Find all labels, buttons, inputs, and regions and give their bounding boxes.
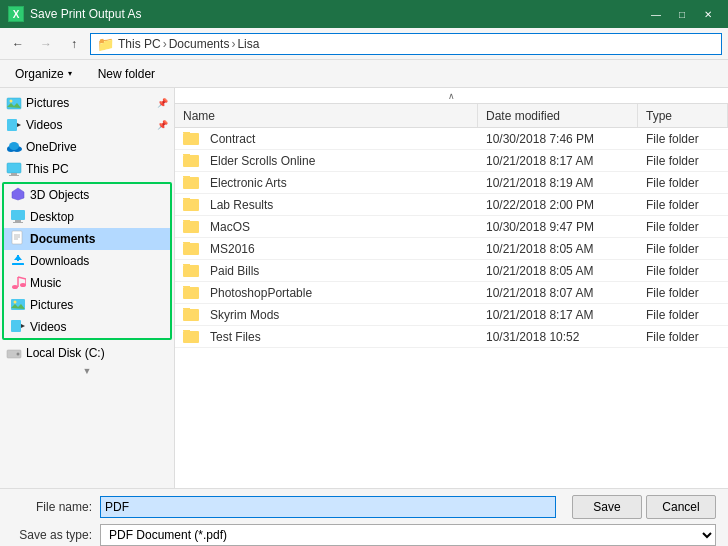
table-row[interactable]: Electronic Arts 10/21/2018 8:19 AM File … <box>175 172 728 194</box>
sidebar-item-music[interactable]: Music <box>4 272 170 294</box>
svg-point-31 <box>17 353 20 356</box>
file-date-cell: 10/21/2018 8:19 AM <box>478 176 638 190</box>
svg-point-21 <box>12 285 18 289</box>
sidebar-item-this-pc[interactable]: This PC <box>0 158 174 180</box>
svg-line-24 <box>18 277 26 279</box>
file-date-cell: 10/21/2018 8:17 AM <box>478 308 638 322</box>
organize-button[interactable]: Organize ▾ <box>6 63 81 85</box>
file-date-cell: 10/31/2018 10:52 <box>478 330 638 344</box>
table-row[interactable]: PhotoshopPortable 10/21/2018 8:07 AM Fil… <box>175 282 728 304</box>
file-area: ∧ Name Date modified Type Contract 10/30… <box>175 88 728 488</box>
folder-icon <box>183 331 199 343</box>
table-row[interactable]: MacOS 10/30/2018 9:47 PM File folder <box>175 216 728 238</box>
filename-row: File name: Save Cancel <box>12 495 716 519</box>
cancel-button[interactable]: Cancel <box>646 495 716 519</box>
file-type-cell: File folder <box>638 132 728 146</box>
file-type-cell: File folder <box>638 176 728 190</box>
svg-rect-28 <box>11 320 21 332</box>
sort-indicator-bar: ∧ <box>175 88 728 104</box>
save-button[interactable]: Save <box>572 495 642 519</box>
local-disk-icon <box>6 345 22 361</box>
window-title: Save Print Output As <box>30 7 638 21</box>
table-row[interactable]: Paid Bills 10/21/2018 8:05 AM File folde… <box>175 260 728 282</box>
sidebar-item-pictures[interactable]: Pictures <box>4 294 170 316</box>
filename-input[interactable] <box>100 496 556 518</box>
sidebar-item-local-disk[interactable]: Local Disk (C:) <box>0 342 174 364</box>
forward-button[interactable]: → <box>34 32 58 56</box>
up-button[interactable]: ↑ <box>62 32 86 56</box>
this-pc-highlight-group: 3D Objects Desktop Documents <box>2 182 172 340</box>
app-icon: X <box>8 6 24 22</box>
file-type-cell: File folder <box>638 242 728 256</box>
sidebar-item-3d-objects[interactable]: 3D Objects <box>4 184 170 206</box>
pin-icon: 📌 <box>157 98 168 108</box>
sidebar-item-onedrive[interactable]: OneDrive <box>0 136 174 158</box>
window-controls: — □ ✕ <box>644 6 720 22</box>
savetype-label: Save as type: <box>12 528 92 542</box>
file-date-cell: 10/21/2018 8:05 AM <box>478 242 638 256</box>
file-date-cell: 10/30/2018 7:46 PM <box>478 132 638 146</box>
file-date-cell: 10/21/2018 8:17 AM <box>478 154 638 168</box>
sidebar-label-desktop: Desktop <box>30 210 74 224</box>
3d-objects-icon <box>10 186 26 205</box>
file-name-cell: Contract <box>175 132 478 146</box>
svg-rect-2 <box>7 119 17 131</box>
folder-icon <box>183 243 199 255</box>
col-header-date[interactable]: Date modified <box>478 104 638 127</box>
sidebar-item-pictures-pinned[interactable]: Pictures 📌 <box>0 92 174 114</box>
close-button[interactable]: ✕ <box>696 6 720 22</box>
organize-dropdown-arrow: ▾ <box>68 69 72 78</box>
new-folder-button[interactable]: New folder <box>89 63 164 85</box>
sidebar-item-downloads[interactable]: Downloads <box>4 250 170 272</box>
sidebar-item-documents[interactable]: Documents <box>4 228 170 250</box>
file-type-cell: File folder <box>638 220 728 234</box>
address-bar[interactable]: 📁 This PC › Documents › Lisa <box>90 33 722 55</box>
music-icon <box>10 274 26 293</box>
file-type-cell: File folder <box>638 330 728 344</box>
dialog-buttons: Save Cancel <box>572 495 716 519</box>
svg-point-1 <box>10 100 13 103</box>
sidebar-item-videos[interactable]: Videos <box>4 316 170 338</box>
folder-icon <box>183 133 199 145</box>
col-header-name[interactable]: Name <box>175 104 478 127</box>
file-name-cell: PhotoshopPortable <box>175 286 478 300</box>
maximize-button[interactable]: □ <box>670 6 694 22</box>
file-date-cell: 10/21/2018 8:05 AM <box>478 264 638 278</box>
savetype-select[interactable]: PDF Document (*.pdf) <box>100 524 716 546</box>
table-row[interactable]: Skyrim Mods 10/21/2018 8:17 AM File fold… <box>175 304 728 326</box>
svg-rect-20 <box>17 255 19 261</box>
sidebar-item-desktop[interactable]: Desktop <box>4 206 170 228</box>
file-type-cell: File folder <box>638 198 728 212</box>
svg-marker-29 <box>21 324 25 328</box>
table-row[interactable]: Lab Results 10/22/2018 2:00 PM File fold… <box>175 194 728 216</box>
col-header-type[interactable]: Type <box>638 104 728 127</box>
minimize-button[interactable]: — <box>644 6 668 22</box>
back-button[interactable]: ← <box>6 32 30 56</box>
folder-icon <box>183 199 199 211</box>
svg-point-6 <box>9 142 19 150</box>
svg-marker-3 <box>17 123 21 127</box>
file-type-cell: File folder <box>638 308 728 322</box>
svg-rect-7 <box>7 163 21 173</box>
table-row[interactable]: MS2016 10/21/2018 8:05 AM File folder <box>175 238 728 260</box>
file-name-cell: MacOS <box>175 220 478 234</box>
table-row[interactable]: Contract 10/30/2018 7:46 PM File folder <box>175 128 728 150</box>
file-name-cell: Elder Scrolls Online <box>175 154 478 168</box>
svg-rect-8 <box>11 173 17 175</box>
breadcrumb: This PC › Documents › Lisa <box>118 37 259 51</box>
file-date-cell: 10/30/2018 9:47 PM <box>478 220 638 234</box>
svg-rect-9 <box>9 175 19 176</box>
table-row[interactable]: Elder Scrolls Online 10/21/2018 8:17 AM … <box>175 150 728 172</box>
table-row[interactable]: Test Files 10/31/2018 10:52 File folder <box>175 326 728 348</box>
sidebar-label-videos: Videos <box>30 320 66 334</box>
folder-icon: 📁 <box>97 36 114 52</box>
main-container: Pictures 📌 Videos 📌 OneDrive This PC <box>0 88 728 488</box>
svg-marker-10 <box>12 188 24 200</box>
file-date-cell: 10/21/2018 8:07 AM <box>478 286 638 300</box>
pictures-icon <box>6 95 22 111</box>
sidebar-label-pictures-pinned: Pictures <box>26 96 69 110</box>
pin-icon-2: 📌 <box>157 120 168 130</box>
sidebar-item-videos-pinned[interactable]: Videos 📌 <box>0 114 174 136</box>
videos-pinned-icon <box>6 117 22 133</box>
documents-icon <box>10 230 26 249</box>
